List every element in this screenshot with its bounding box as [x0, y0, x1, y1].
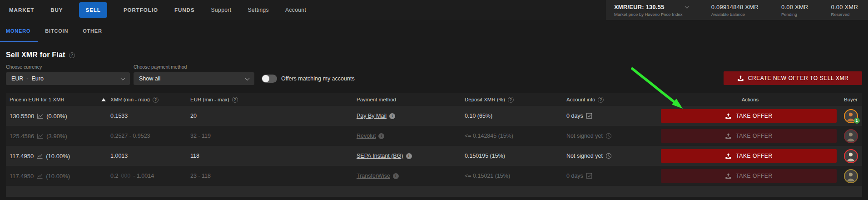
nav-item-market[interactable]: MARKET [9, 7, 34, 13]
clock-icon [605, 133, 612, 139]
price-chart-icon[interactable] [37, 133, 44, 139]
column-label: Buyer [844, 97, 858, 102]
column-label: XMR (min - max) [110, 97, 150, 102]
offer-price-deviation: (10.00%) [46, 173, 70, 180]
nav-item-support[interactable]: Support [211, 7, 232, 13]
offer-row: 125.4586 (3.90%) 0.2527 - 0.9523 32 - 11… [6, 126, 862, 146]
offer-eur-range: 118 [190, 153, 199, 159]
column-header-eur-range[interactable]: EUR (min - max) [190, 97, 357, 103]
column-label: Price in EUR for 1 XMR [10, 97, 64, 102]
tray-arrow-up-icon [737, 75, 744, 82]
payment-method-select[interactable]: Show all [134, 72, 254, 85]
column-header-account-info[interactable]: Account info [566, 97, 661, 103]
chevron-down-icon [121, 76, 125, 80]
column-header-xmr-range[interactable]: XMR (min - max) [110, 97, 190, 103]
stat-value: 0.00 XMR [831, 4, 858, 10]
create-offer-button[interactable]: CREATE NEW OFFER TO SELL XMR [724, 71, 862, 85]
market-pair-selector[interactable]: XMR/EUR: 130.55 Market price by Haveno P… [614, 4, 689, 17]
stat-reserved: 0.00 XMR Reserved [831, 4, 858, 17]
info-icon[interactable] [406, 153, 412, 159]
take-offer-label: TAKE OFFER [736, 153, 772, 159]
trade-count-badge: 1 [854, 118, 860, 124]
account-info: 0 days [566, 113, 583, 119]
tab-other[interactable]: OTHER [75, 20, 109, 42]
take-offer-button[interactable]: TAKE OFFER [661, 169, 837, 183]
offer-price: 117.4950 [10, 173, 34, 180]
table-header: Price in EUR for 1 XMR XMR (min - max) E… [6, 93, 862, 106]
offer-xmr-range: 0.2 [110, 173, 118, 179]
column-header-payment-method[interactable]: Payment method [357, 97, 465, 102]
stat-label: Pending [781, 12, 808, 17]
take-offer-button[interactable]: TAKE OFFER [661, 149, 837, 163]
offer-xmr-range: 1.0013 [110, 153, 128, 159]
info-icon[interactable] [393, 173, 399, 179]
nav-item-portfolio[interactable]: PORTFOLIO [124, 7, 158, 13]
help-icon[interactable] [598, 97, 604, 103]
nav-item-settings[interactable]: Settings [248, 7, 269, 13]
help-icon[interactable] [232, 97, 238, 103]
take-offer-label: TAKE OFFER [736, 113, 772, 119]
take-offer-button[interactable]: TAKE OFFER [661, 109, 837, 123]
help-icon[interactable] [508, 97, 514, 103]
offer-price-deviation: (3.90%) [46, 133, 67, 140]
nav-item-sell[interactable]: SELL [79, 2, 107, 18]
checkbox-checked-icon [586, 173, 592, 179]
offer-price-deviation: (10.00%) [46, 153, 70, 160]
column-label: Actions [742, 97, 759, 102]
tray-arrow-up-icon [725, 113, 732, 120]
nav-item-funds[interactable]: FUNDS [174, 7, 195, 13]
stat-available-balance: 0.09914848 XMR Available balance [711, 4, 759, 17]
currency-select[interactable]: EUR - Euro [6, 72, 130, 85]
buyer-avatar[interactable]: 1 [844, 109, 858, 123]
help-icon[interactable] [69, 52, 75, 58]
payment-method-link[interactable]: Pay By Mail [357, 113, 387, 119]
market-info-panel: XMR/EUR: 130.55 Market price by Haveno P… [606, 0, 868, 20]
account-info: 0 days [566, 173, 583, 179]
price-chart-icon[interactable] [36, 173, 43, 179]
offer-eur-range: 32 - 119 [190, 133, 211, 139]
price-chart-icon[interactable] [37, 113, 44, 119]
offer-deposit: <= 0.15021 (15%) [465, 173, 510, 179]
offers-matching-toggle[interactable] [262, 75, 277, 83]
payment-method-select-value: Show all [139, 75, 160, 82]
column-header-price[interactable]: Price in EUR for 1 XMR [6, 97, 110, 102]
offer-xmr-range: 0.1533 [110, 113, 128, 119]
column-label: EUR (min - max) [190, 97, 229, 102]
nav-item-account[interactable]: Account [285, 7, 306, 13]
chevron-down-icon [245, 76, 250, 80]
tab-monero[interactable]: MONERO [0, 20, 38, 42]
tab-bitcoin[interactable]: BITCOIN [38, 20, 75, 42]
nav-items: MARKET BUY SELL PORTFOLIO FUNDS Support … [0, 0, 306, 20]
price-chart-icon[interactable] [36, 153, 43, 159]
sort-asc-icon [101, 98, 106, 101]
help-icon[interactable] [153, 97, 159, 103]
column-label: Account info [566, 97, 595, 102]
offer-eur-range: 20 [190, 113, 197, 119]
nav-item-buy[interactable]: BUY [50, 7, 63, 13]
stat-label: Available balance [711, 12, 759, 17]
payment-method-link[interactable]: Revolut [357, 133, 376, 139]
offer-deposit: 0.10 (65%) [465, 113, 492, 119]
column-header-deposit[interactable]: Deposit XMR (%) [465, 97, 566, 103]
column-label: Payment method [357, 97, 396, 102]
tray-arrow-up-icon [725, 133, 732, 140]
buyer-avatar[interactable] [844, 169, 858, 183]
offer-eur-range: 23 - 118 [190, 173, 211, 179]
create-offer-label: CREATE NEW OFFER TO SELL XMR [748, 75, 849, 81]
currency-select-value: EUR - Euro [11, 75, 44, 82]
payment-method-link[interactable]: SEPA Instant (BG) [357, 153, 403, 159]
content: Sell XMR for Fiat Choose currency EUR - … [0, 50, 868, 197]
buyer-avatar[interactable] [844, 149, 858, 163]
stat-value: 0.09914848 XMR [711, 4, 759, 10]
take-offer-button[interactable]: TAKE OFFER [661, 129, 837, 143]
clock-icon [605, 153, 612, 159]
payment-method-link[interactable]: TransferWise [357, 173, 390, 179]
page-title: Sell XMR for Fiat [6, 51, 65, 59]
info-icon[interactable] [389, 113, 395, 119]
buyer-avatar[interactable] [844, 129, 858, 143]
offer-price: 125.4586 [10, 133, 34, 140]
market-pair-source: Market price by Haveno Price Index [614, 12, 689, 17]
stat-value: 0.00 XMR [781, 4, 808, 10]
tray-arrow-up-icon [725, 173, 732, 180]
info-icon[interactable] [378, 133, 384, 139]
